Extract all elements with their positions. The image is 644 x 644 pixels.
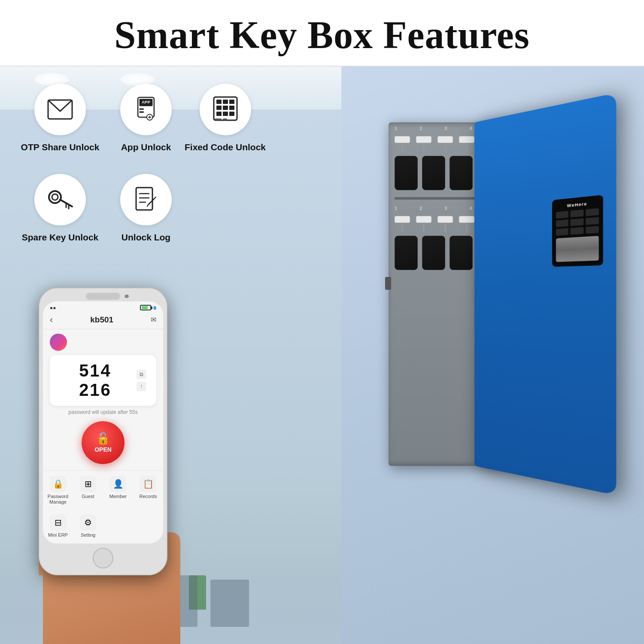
fixed-code-icon-circle [200, 84, 251, 135]
svg-rect-24 [229, 100, 234, 104]
keypad-icon [213, 96, 238, 123]
svg-rect-27 [229, 106, 234, 110]
app-header: ‹ kb501 ✉ [43, 313, 163, 329]
svg-rect-30 [229, 112, 234, 116]
app-icon: APP [134, 97, 158, 122]
app-label: App Unlock [121, 142, 171, 152]
phone-screen: ●● ʙ ‹ [43, 301, 163, 544]
main-content: OTP Share Unlock APP [0, 67, 644, 644]
svg-rect-25 [216, 106, 222, 110]
otp-update-text: password will update after 55s [68, 409, 137, 415]
fixed-code-feature: Fixed Code Unlock [185, 84, 266, 152]
svg-point-10 [52, 194, 58, 200]
key-icon [46, 185, 75, 214]
svg-rect-4 [140, 108, 144, 109]
open-label: OPEN [94, 446, 112, 453]
svg-rect-31 [215, 118, 222, 120]
app-icon-circle: APP [120, 84, 172, 135]
open-button[interactable]: 🔓 OPEN [82, 421, 125, 464]
device-name: kb501 [90, 315, 113, 325]
left-panel: OTP Share Unlock APP [0, 67, 341, 644]
phone-mockup: ●● ʙ ‹ [39, 288, 167, 575]
features-grid: OTP Share Unlock APP [21, 84, 180, 243]
menu-password[interactable]: 🔒 PasswordManage [43, 472, 73, 507]
spare-key-label: Spare Key Unlock [22, 232, 99, 243]
right-panel: 1 2 3 4 5 [341, 67, 644, 644]
svg-rect-28 [216, 112, 222, 116]
feature-otp: OTP Share Unlock [21, 84, 99, 152]
status-bar: ●● ʙ [43, 301, 163, 313]
svg-rect-23 [223, 100, 228, 104]
app-menu-row1: 🔒 PasswordManage ⊞ Guest 👤 Member [43, 470, 163, 509]
menu-member[interactable]: 👤 Member [103, 472, 133, 507]
menu-setting[interactable]: ⚙ Setting [73, 511, 103, 540]
keypad-brand-label: WeHere [556, 200, 599, 209]
phone-with-hand: ●● ʙ ‹ [34, 288, 167, 644]
fixed-code-label: Fixed Code Unlock [185, 142, 266, 152]
svg-point-9 [49, 191, 61, 203]
svg-rect-14 [136, 188, 152, 210]
otp-code: 514 216 [60, 361, 131, 400]
keypad-device: WeHere [552, 195, 603, 267]
svg-rect-5 [140, 111, 144, 112]
svg-line-18 [148, 199, 154, 205]
svg-rect-22 [216, 100, 222, 104]
email-icon [47, 99, 73, 120]
feature-spare-key: Spare Key Unlock [21, 174, 99, 243]
menu-mini-erp[interactable]: ⊟ Mini ERP [43, 511, 73, 540]
otp-icon-circle [34, 84, 86, 135]
svg-line-20 [147, 205, 148, 207]
page-title: Smart Key Box Features [0, 13, 644, 57]
app-menu-row2: ⊟ Mini ERP ⚙ Setting [43, 509, 163, 544]
avatar [50, 334, 67, 351]
menu-guest[interactable]: ⊞ Guest [73, 472, 103, 507]
document-icon [134, 186, 158, 213]
svg-text:APP: APP [142, 100, 150, 104]
svg-line-19 [154, 197, 156, 199]
feature-app: APP App Unlock [112, 84, 180, 152]
unlock-log-icon-circle [120, 174, 172, 225]
svg-rect-32 [223, 118, 227, 120]
cabinet-door: WeHere [474, 93, 616, 495]
otp-display: 514 216 ⧉ ↑ password will update after 5… [43, 352, 163, 417]
key-cabinet: 1 2 3 4 5 [363, 101, 620, 573]
unlock-log-label: Unlock Log [122, 232, 170, 243]
otp-label: OTP Share Unlock [21, 142, 100, 152]
page-header: Smart Key Box Features [0, 0, 644, 67]
feature-unlock-log: Unlock Log [112, 174, 180, 243]
svg-rect-26 [223, 106, 228, 110]
menu-records[interactable]: 📋 Records [133, 472, 163, 507]
home-button[interactable] [93, 548, 113, 568]
spare-key-icon-circle [34, 174, 86, 225]
svg-rect-29 [223, 112, 228, 116]
